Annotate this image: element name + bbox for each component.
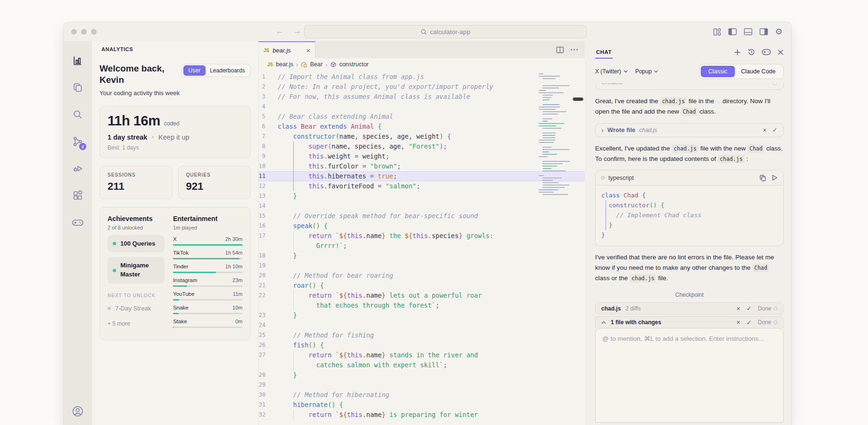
code-line[interactable]: 19 [259,261,585,271]
code-line[interactable]: 10 this.furColor = "brown"; [259,161,585,171]
more-achievements-link[interactable]: + 5 more [108,320,164,327]
code-line[interactable]: 4 [259,102,585,112]
panel-resize-handle[interactable] [573,97,583,101]
accept-all-icon[interactable]: ✓ [746,319,751,326]
zoom-window-button[interactable] [91,29,97,35]
accept-icon[interactable]: ✓ [746,305,751,312]
panel-left-icon[interactable] [728,28,737,35]
code-line[interactable]: 6class Bear extends Animal { [259,122,585,132]
search-icon[interactable] [63,101,92,128]
code-line[interactable]: 22 return `${this.name} lets out a power… [259,291,585,301]
checkpoint-label[interactable]: Checkpoint [595,292,784,298]
copy-code-icon[interactable] [760,175,766,181]
code-line[interactable]: catches salmon with expert skill`; [259,360,585,370]
code-line[interactable]: 23 } [259,310,585,320]
game-controller-icon[interactable] [63,209,92,236]
wrote-file-box[interactable]: › Wrote file chad.js × ✓ [595,123,784,137]
panel-bottom-icon[interactable] [744,28,752,35]
tab-chat[interactable]: CHAT [595,46,613,59]
code-line[interactable]: 17 return `${this.name} the ${this.speci… [259,231,585,241]
code-line[interactable]: 20 // Method for bear roaring [259,271,585,281]
chat-message-list[interactable]: Created Great, I've created the chad.js … [595,83,784,425]
code-line[interactable]: that echoes through the forest`; [259,301,585,310]
console-pill-icon[interactable] [762,49,771,55]
code-line[interactable]: 25 // Method for fishing [259,330,585,340]
minimize-window-button[interactable] [81,29,87,35]
code-line[interactable]: 26 fish() { [259,340,585,350]
tab-bear-js[interactable]: JS bear.js × [259,41,316,58]
toggle-user[interactable]: User [183,65,206,76]
files-changed-bar[interactable]: 1 file with changes × ✓ Done [595,316,784,328]
chat-input[interactable] [602,334,777,416]
minimap-line [542,194,568,195]
code-line[interactable]: 15 // Override speak method for bear-spe… [259,211,585,221]
files-copy-icon[interactable] [63,74,92,101]
diff-file-bar[interactable]: chad.js 2 diffs × ✓ Done [595,302,784,314]
code-line[interactable]: 2// Note: In a real project, you'd expor… [259,82,585,92]
panel-right-icon[interactable] [760,28,768,35]
mode-dropdown[interactable]: Popup [635,68,659,75]
chevron-up-icon[interactable] [601,321,606,324]
code-line[interactable]: 8 super(name, species, age, "Forest"); [259,142,585,151]
code-line[interactable]: 27 return `${this.name} stands in the ri… [259,350,585,360]
clipped-tool-box[interactable]: Created [595,83,784,90]
code-line[interactable]: 32 return `${this.name} is preparing for… [259,410,585,420]
breadcrumb-file[interactable]: bear.js [276,61,293,68]
close-panel-icon[interactable] [778,49,784,55]
code-line[interactable]: 11 this.hibernates = true; [259,171,585,181]
streak-value: 1 day streak [108,133,147,141]
code-line[interactable]: Grrrr!`; [259,241,585,251]
settings-gear-icon[interactable]: ⚙ [775,27,783,36]
entertainment-row: YouTube11m [173,291,243,301]
layout-grid-icon[interactable] [713,28,721,36]
code-line[interactable]: 5// Bear class extending Animal [259,112,585,122]
code-editor[interactable]: 1// Import the Animal class from app.js2… [259,71,585,425]
minimap-line [542,104,560,105]
code-line[interactable]: 29 [259,380,585,390]
extensions-icon[interactable] [63,182,92,209]
breadcrumb-symbol[interactable]: constructor [339,61,369,68]
done-button[interactable]: Done [758,305,778,312]
segment-classic[interactable]: Classic [701,66,735,77]
new-chat-plus-icon[interactable] [734,49,741,56]
more-actions-icon[interactable] [570,49,578,51]
run-debug-icon[interactable] [63,155,92,182]
code-line[interactable]: 30 // Method for hibernating [259,390,585,400]
reject-icon[interactable]: × [736,305,740,312]
close-tab-icon[interactable]: × [306,46,310,54]
accept-icon[interactable]: ✓ [772,126,778,134]
code-line[interactable]: 16 speak() { [259,221,585,231]
history-clock-icon[interactable] [748,48,755,56]
reject-icon[interactable]: × [763,126,767,134]
code-line[interactable]: 7 constructor(name, species, age, weight… [259,132,585,142]
code-line[interactable]: 24 [259,320,585,330]
code-line[interactable]: 31 hibernate() { [259,400,585,410]
breadcrumb-class[interactable]: Bear [310,61,322,68]
account-icon[interactable] [72,405,84,425]
project-search-field[interactable]: calculator-app [304,25,587,38]
code-line[interactable]: 3// For now, this assumes Animal class i… [259,92,585,102]
window-controls [71,29,97,35]
code-line[interactable]: 14 [259,201,585,211]
code-line[interactable]: 12 this.favoriteFood = "salmon"; [259,181,585,191]
model-dropdown[interactable]: X (Twitter) [595,68,628,75]
run-code-icon[interactable] [772,175,778,181]
analytics-bar-chart-icon[interactable] [63,47,92,74]
split-editor-icon[interactable] [556,46,564,53]
code-line[interactable]: 9 this.weight = weight; [259,151,585,161]
toggle-leaderboards[interactable]: Leaderboards [206,65,249,76]
code-line[interactable]: 18 } [259,251,585,261]
source-control-graph-icon[interactable]: 2 [63,128,92,155]
segment-claude-code[interactable]: Claude Code [735,66,782,77]
close-window-button[interactable] [71,29,77,35]
reject-all-icon[interactable]: × [736,319,740,326]
code-line[interactable]: 1// Import the Animal class from app.js [259,72,585,82]
forward-arrow-icon[interactable]: → [293,27,301,36]
minimap-line [542,137,555,138]
code-line[interactable]: 21 roar() { [259,281,585,291]
code-line[interactable]: 13 } [259,191,585,201]
code-line[interactable]: 28 } [259,370,585,380]
back-arrow-icon[interactable]: ← [276,27,284,36]
done-button[interactable]: Done [758,319,778,326]
minimap[interactable] [538,73,575,196]
